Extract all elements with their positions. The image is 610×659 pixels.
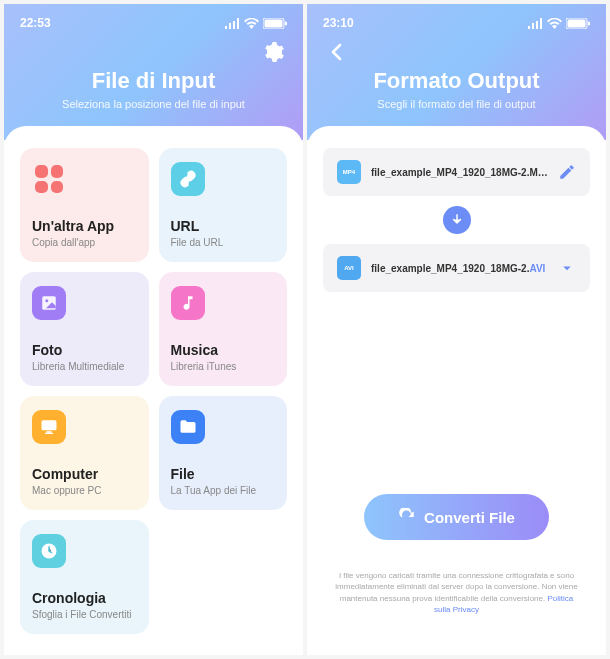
svg-rect-7 bbox=[45, 433, 53, 434]
status-indicators bbox=[527, 18, 590, 29]
page-title: Formato Output bbox=[327, 68, 586, 94]
tile-sub: Mac oppure PC bbox=[32, 485, 137, 496]
tile-sub: Copia dall'app bbox=[32, 237, 137, 248]
tile-history[interactable]: Cronologia Sfoglia i File Convertiti bbox=[20, 520, 149, 634]
music-icon bbox=[171, 286, 205, 320]
tile-sub: Libreria iTunes bbox=[171, 361, 276, 372]
link-icon bbox=[171, 162, 205, 196]
top-bar bbox=[4, 34, 303, 68]
screen-input-file: 22:53 File di Input Seleziona la posizio… bbox=[4, 4, 303, 655]
status-bar: 22:53 bbox=[4, 12, 303, 34]
status-indicators bbox=[224, 18, 287, 29]
signal-icon bbox=[527, 18, 543, 29]
tile-sub: Sfoglia i File Convertiti bbox=[32, 609, 137, 620]
svg-rect-6 bbox=[47, 431, 52, 433]
footer-disclaimer: I file vengono caricati tramite una conn… bbox=[323, 570, 590, 633]
signal-icon bbox=[224, 18, 240, 29]
page-title: File di Input bbox=[24, 68, 283, 94]
page-subtitle: Seleziona la posizione del file di input bbox=[24, 98, 283, 110]
avi-file-icon: AVI bbox=[337, 256, 361, 280]
content: Un'altra App Copia dall'app URL File da … bbox=[4, 126, 303, 655]
tile-grid: Un'altra App Copia dall'app URL File da … bbox=[20, 148, 287, 634]
tile-title: Un'altra App bbox=[32, 218, 137, 234]
tile-sub: Libreria Multimediale bbox=[32, 361, 137, 372]
tile-another-app[interactable]: Un'altra App Copia dall'app bbox=[20, 148, 149, 262]
source-file-name: file_example_MP4_1920_18MG-2.MP4 bbox=[371, 167, 548, 178]
refresh-icon bbox=[398, 508, 416, 526]
wifi-icon bbox=[244, 18, 259, 29]
content: MP4 file_example_MP4_1920_18MG-2.MP4 AVI… bbox=[307, 126, 606, 655]
svg-rect-2 bbox=[285, 21, 287, 25]
page-subtitle: Scegli il formato del file di output bbox=[327, 98, 586, 110]
source-file-row[interactable]: MP4 file_example_MP4_1920_18MG-2.MP4 bbox=[323, 148, 590, 196]
mp4-file-icon: MP4 bbox=[337, 160, 361, 184]
tile-file[interactable]: File La Tua App dei File bbox=[159, 396, 288, 510]
chevron-down-icon[interactable] bbox=[558, 259, 576, 277]
tile-sub: File da URL bbox=[171, 237, 276, 248]
settings-icon[interactable] bbox=[261, 40, 285, 64]
target-file-row[interactable]: AVI file_example_MP4_1920_18MG-2.AVI bbox=[323, 244, 590, 292]
header: 22:53 File di Input Seleziona la posizio… bbox=[4, 4, 303, 140]
screen-output-format: 23:10 Formato Output Scegli il formato d… bbox=[307, 4, 606, 655]
wifi-icon bbox=[547, 18, 562, 29]
clock-icon bbox=[32, 534, 66, 568]
svg-rect-1 bbox=[265, 19, 283, 27]
battery-icon bbox=[263, 18, 287, 29]
tile-title: URL bbox=[171, 218, 276, 234]
tile-computer[interactable]: Computer Mac oppure PC bbox=[20, 396, 149, 510]
tile-title: Cronologia bbox=[32, 590, 137, 606]
edit-icon[interactable] bbox=[558, 163, 576, 181]
status-time: 22:53 bbox=[20, 16, 51, 30]
tile-sub: La Tua App dei File bbox=[171, 485, 276, 496]
battery-icon bbox=[566, 18, 590, 29]
back-icon[interactable] bbox=[325, 40, 349, 64]
computer-icon bbox=[32, 410, 66, 444]
photo-icon bbox=[32, 286, 66, 320]
folder-icon bbox=[171, 410, 205, 444]
arrow-down-icon bbox=[443, 206, 471, 234]
status-bar: 23:10 bbox=[307, 12, 606, 34]
tile-title: Foto bbox=[32, 342, 137, 358]
tile-title: File bbox=[171, 466, 276, 482]
status-time: 23:10 bbox=[323, 16, 354, 30]
top-bar bbox=[307, 34, 606, 68]
svg-point-4 bbox=[45, 299, 48, 302]
tile-title: Computer bbox=[32, 466, 137, 482]
svg-rect-11 bbox=[588, 21, 590, 25]
tile-music[interactable]: Musica Libreria iTunes bbox=[159, 272, 288, 386]
svg-rect-5 bbox=[42, 420, 57, 430]
tile-url[interactable]: URL File da URL bbox=[159, 148, 288, 262]
svg-rect-10 bbox=[568, 19, 586, 27]
tile-photo[interactable]: Foto Libreria Multimediale bbox=[20, 272, 149, 386]
header: 23:10 Formato Output Scegli il formato d… bbox=[307, 4, 606, 140]
apps-icon bbox=[32, 162, 66, 196]
convert-button[interactable]: Converti File bbox=[364, 494, 549, 540]
target-file-name: file_example_MP4_1920_18MG-2.AVI bbox=[371, 263, 548, 274]
convert-label: Converti File bbox=[424, 509, 515, 526]
tile-title: Musica bbox=[171, 342, 276, 358]
